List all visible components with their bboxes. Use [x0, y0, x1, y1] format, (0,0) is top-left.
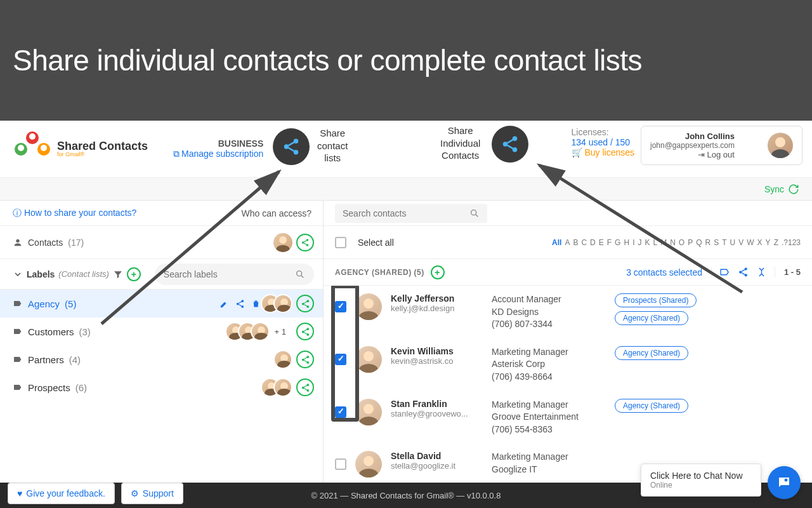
- search-contacts-field[interactable]: [335, 204, 487, 223]
- alpha-filter: AllABCDEFGHIJKLMNOPQRSTUVWXYZ.?123: [552, 238, 801, 247]
- alpha-Q[interactable]: Q: [696, 238, 702, 247]
- alpha-R[interactable]: R: [705, 238, 711, 247]
- alpha-V[interactable]: V: [738, 238, 743, 247]
- alpha-I[interactable]: I: [632, 238, 634, 247]
- share-label-button[interactable]: [296, 323, 314, 340]
- contact-avatar: [355, 399, 382, 425]
- search-labels-field[interactable]: [155, 264, 314, 285]
- buy-licenses-link[interactable]: 🛒 Buy licenses: [572, 147, 634, 157]
- tag[interactable]: Agency (Shared): [615, 311, 688, 325]
- share-icon[interactable]: [235, 299, 245, 309]
- alpha-L[interactable]: L: [653, 238, 657, 247]
- alpha-U[interactable]: U: [730, 238, 736, 247]
- alpha-W[interactable]: W: [747, 238, 754, 247]
- svg-point-28: [739, 271, 742, 273]
- contact-tags: Prospects (Shared)Agency (Shared): [615, 293, 801, 325]
- sync-icon: [788, 184, 799, 195]
- alpha-Y[interactable]: Y: [766, 238, 771, 247]
- share-contacts-button[interactable]: [296, 234, 314, 251]
- alpha-B[interactable]: B: [573, 238, 578, 247]
- feedback-button[interactable]: ♥ Give your feedback.: [8, 483, 115, 504]
- row-checkbox[interactable]: [335, 458, 346, 470]
- alpha-D[interactable]: D: [590, 238, 596, 247]
- contact-email: stanley@groovewo...: [391, 409, 483, 418]
- trash-icon[interactable]: [251, 299, 261, 309]
- svg-point-30: [784, 478, 788, 482]
- alpha-J[interactable]: J: [638, 238, 641, 247]
- person-icon: [13, 237, 23, 248]
- chat-icon: [776, 475, 792, 490]
- alpha-K[interactable]: K: [645, 238, 650, 247]
- search-labels-input[interactable]: [164, 269, 295, 279]
- licenses-block: Licenses: 134 used / 150 🛒 Buy licenses: [572, 127, 634, 157]
- access-avatar: [273, 378, 292, 397]
- contact-row[interactable]: Stan Franklinstanley@groovewo...Marketin…: [324, 391, 812, 444]
- row-checkbox[interactable]: [335, 354, 346, 365]
- edit-icon[interactable]: [219, 299, 229, 309]
- contact-meta: Marketing ManagerGroove Entertainment(70…: [492, 399, 606, 436]
- syncbar: Sync: [0, 178, 812, 201]
- contact-avatar: [355, 346, 382, 373]
- alpha-P[interactable]: P: [688, 238, 693, 247]
- access-avatar: [273, 294, 292, 313]
- alpha-X[interactable]: X: [757, 238, 763, 247]
- alpha-E[interactable]: E: [599, 238, 604, 247]
- select-all-checkbox[interactable]: [335, 237, 346, 248]
- share-individual-bubble: [492, 126, 528, 163]
- add-contact-button[interactable]: +: [431, 265, 445, 279]
- contact-row[interactable]: Kevin Williamskevin@astrisk.coMarketing …: [324, 338, 812, 391]
- sync-button[interactable]: Sync: [764, 184, 799, 195]
- filter-icon[interactable]: [113, 269, 123, 279]
- alpha-M[interactable]: M: [660, 238, 667, 247]
- licenses-title: Licenses:: [572, 127, 634, 137]
- chat-widget[interactable]: Click Here to Chat Now Online: [641, 464, 761, 497]
- merge-icon[interactable]: [756, 267, 767, 277]
- manage-subscription-link[interactable]: ⧉Manage subscription: [173, 149, 263, 159]
- alpha-S[interactable]: S: [714, 238, 719, 247]
- svg-point-1: [284, 144, 289, 149]
- svg-point-4: [503, 142, 508, 147]
- contact-name: Stella David: [391, 451, 483, 461]
- label-icon[interactable]: [719, 267, 730, 277]
- alpha-O[interactable]: O: [679, 238, 684, 247]
- chevron-down-icon[interactable]: [13, 269, 23, 279]
- share-label-button[interactable]: [296, 351, 314, 368]
- chat-title: Click Here to Chat Now: [650, 471, 752, 481]
- user-name: John Collins: [650, 131, 735, 141]
- support-button[interactable]: ⚙ Support: [121, 483, 183, 504]
- alpha-.?123[interactable]: .?123: [782, 238, 801, 247]
- add-label-button[interactable]: +: [127, 267, 141, 281]
- row-checkbox[interactable]: [335, 301, 346, 312]
- alpha-A[interactable]: A: [565, 238, 570, 247]
- alpha-F[interactable]: F: [607, 238, 612, 247]
- labels-header: Labels (Contact lists) +: [0, 259, 323, 290]
- content: Select all AllABCDEFGHIJKLMNOPQRSTUVWXYZ…: [324, 201, 812, 483]
- share-label-button[interactable]: [296, 295, 314, 312]
- sidebar-label-prospects[interactable]: Prospects (6): [0, 373, 323, 401]
- tag[interactable]: Agency (Shared): [615, 346, 688, 360]
- sidebar-label-partners[interactable]: Partners (4): [0, 345, 323, 373]
- howto-link[interactable]: ⓘ How to share your contacts?: [13, 208, 136, 219]
- alpha-N[interactable]: N: [670, 238, 676, 247]
- alpha-G[interactable]: G: [615, 238, 620, 247]
- alpha-Z[interactable]: Z: [774, 238, 778, 247]
- svg-point-26: [471, 210, 476, 215]
- sidebar-contacts-row[interactable]: Contacts (17): [0, 226, 323, 259]
- alpha-all[interactable]: All: [552, 238, 561, 247]
- alpha-T[interactable]: T: [722, 238, 726, 247]
- alpha-H[interactable]: H: [624, 238, 629, 247]
- search-contacts-input[interactable]: [343, 208, 469, 218]
- logout-link[interactable]: ⇥ Log out: [650, 150, 735, 159]
- sidebar-label-agency[interactable]: Agency (5): [0, 290, 323, 318]
- copyright: © 2021 — Shared Contacts for Gmail® — v1…: [311, 491, 501, 500]
- sidebar-label-customers[interactable]: Customers (3)+ 1: [0, 318, 323, 345]
- chat-bubble-button[interactable]: [768, 466, 801, 499]
- contact-meta: Marketing ManagerGooglize IT: [492, 451, 606, 476]
- row-checkbox[interactable]: [335, 406, 346, 418]
- share-label-button[interactable]: [296, 378, 314, 396]
- tag[interactable]: Agency (Shared): [615, 399, 688, 413]
- alpha-C[interactable]: C: [581, 238, 587, 247]
- tag[interactable]: Prospects (Shared): [615, 293, 697, 307]
- contact-row[interactable]: Kelly Jeffersonkelly.j@kd.designAccount …: [324, 286, 812, 338]
- share-selected-icon[interactable]: [738, 267, 749, 277]
